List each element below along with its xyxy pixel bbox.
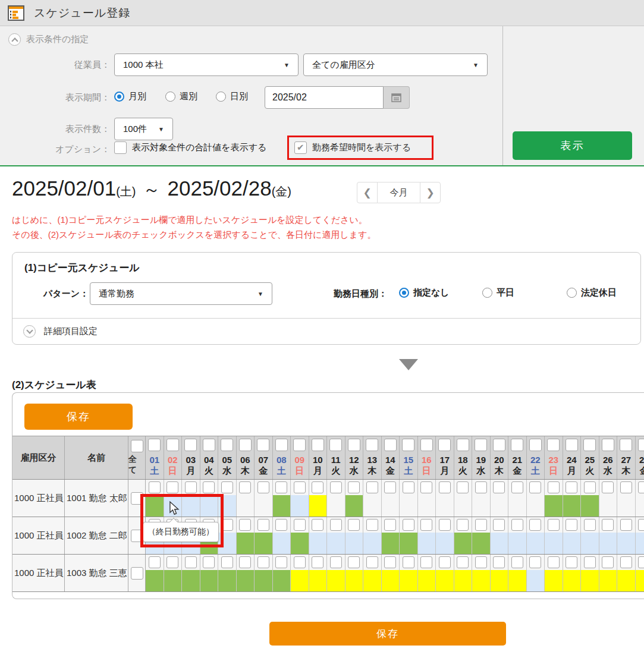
day-cell-checkbox[interactable] [548, 481, 560, 493]
day-cell-checkbox[interactable] [330, 519, 342, 531]
day-cell-checkbox[interactable] [403, 556, 414, 568]
day-cell-checkbox[interactable] [420, 481, 432, 493]
day-cell-checkbox[interactable] [312, 556, 323, 568]
expand-down-icon[interactable] [23, 325, 36, 338]
day-cell-checkbox[interactable] [548, 556, 560, 568]
day-select-all-checkbox[interactable] [312, 439, 324, 451]
day-cell-checkbox[interactable] [457, 519, 469, 531]
day-cell-checkbox[interactable] [566, 556, 577, 568]
day-select-all-checkbox[interactable] [529, 439, 542, 451]
radio-daily[interactable]: 日別 [216, 91, 248, 102]
day-cell-checkbox[interactable] [294, 556, 306, 568]
day-cell-checkbox[interactable] [167, 481, 178, 493]
day-cell-checkbox[interactable] [221, 556, 233, 568]
day-cell-checkbox[interactable] [185, 481, 197, 493]
select-all-checkbox[interactable] [131, 440, 143, 452]
day-select-all-checkbox[interactable] [420, 439, 433, 451]
day-cell-checkbox[interactable] [584, 481, 596, 493]
day-cell-checkbox[interactable] [420, 519, 432, 531]
day-cell-checkbox[interactable] [366, 481, 378, 493]
day-select-all-checkbox[interactable] [457, 439, 469, 451]
day-cell-checkbox[interactable] [330, 481, 342, 493]
day-cell-checkbox[interactable] [275, 556, 287, 568]
day-select-all-checkbox[interactable] [203, 439, 215, 451]
day-cell-checkbox[interactable] [475, 519, 487, 531]
day-cell-checkbox[interactable] [620, 556, 632, 568]
checkbox-checked-icon[interactable] [294, 141, 307, 154]
next-month-button[interactable]: ❯ [420, 182, 441, 203]
day-cell-checkbox[interactable] [366, 556, 378, 568]
option-total-checkbox-item[interactable]: 表示対象全件の合計値を表示する [114, 141, 266, 154]
day-cell-checkbox[interactable] [348, 481, 360, 493]
day-cell-checkbox[interactable] [584, 519, 596, 531]
day-select-all-checkbox[interactable] [293, 439, 306, 451]
day-select-all-checkbox[interactable] [348, 439, 360, 451]
day-cell-checkbox[interactable] [420, 556, 432, 568]
day-cell-checkbox[interactable] [493, 481, 505, 493]
day-cell-checkbox[interactable] [384, 481, 396, 493]
radio-worktype-weekday[interactable]: 平日 [482, 287, 514, 298]
day-cell-checkbox[interactable] [239, 481, 251, 493]
day-cell-checkbox[interactable] [312, 519, 323, 531]
day-cell-checkbox[interactable] [584, 556, 596, 568]
day-cell-checkbox[interactable] [275, 519, 287, 531]
day-cell-checkbox[interactable] [149, 481, 161, 493]
collapse-up-icon[interactable] [8, 33, 21, 46]
row-select-all-checkbox[interactable] [131, 567, 143, 580]
day-select-all-checkbox[interactable] [221, 439, 233, 451]
save-button-top[interactable]: 保存 [24, 404, 133, 430]
day-select-all-checkbox[interactable] [384, 439, 397, 451]
day-cell-checkbox[interactable] [638, 556, 644, 568]
day-cell-checkbox[interactable] [257, 556, 269, 568]
day-select-all-checkbox[interactable] [184, 439, 197, 451]
current-month-button[interactable]: 今月 [378, 182, 420, 203]
day-cell-checkbox[interactable] [167, 556, 178, 568]
calendar-button[interactable] [384, 86, 410, 109]
day-cell-checkbox[interactable] [511, 519, 523, 531]
day-select-all-checkbox[interactable] [402, 439, 414, 451]
day-cell-checkbox[interactable] [439, 481, 451, 493]
day-select-all-checkbox[interactable] [329, 439, 342, 451]
pattern-select[interactable]: 通常勤務▼ [90, 282, 272, 305]
day-select-all-checkbox[interactable] [566, 439, 578, 451]
day-cell-checkbox[interactable] [203, 481, 215, 493]
day-cell-checkbox[interactable] [221, 481, 233, 493]
day-cell-checkbox[interactable] [566, 519, 577, 531]
day-cell-checkbox[interactable] [403, 519, 414, 531]
day-cell-checkbox[interactable] [348, 556, 360, 568]
day-cell-checkbox[interactable] [457, 556, 469, 568]
day-select-all-checkbox[interactable] [602, 439, 614, 451]
radio-monthly[interactable]: 月別 [114, 91, 146, 102]
day-cell-checkbox[interactable] [312, 481, 323, 493]
day-cell-checkbox[interactable] [439, 556, 451, 568]
day-select-all-checkbox[interactable] [239, 439, 252, 451]
day-cell-checkbox[interactable] [475, 556, 487, 568]
day-select-all-checkbox[interactable] [583, 439, 596, 451]
day-select-all-checkbox[interactable] [148, 439, 161, 451]
day-cell-checkbox[interactable] [493, 556, 505, 568]
day-cell-checkbox[interactable] [511, 481, 523, 493]
day-cell-checkbox[interactable] [475, 481, 487, 493]
day-cell-checkbox[interactable] [602, 481, 614, 493]
employment-type-select[interactable]: 全ての雇用区分▼ [303, 53, 488, 76]
day-select-all-checkbox[interactable] [547, 439, 560, 451]
radio-worktype-none[interactable]: 指定なし [399, 287, 450, 298]
radio-weekly[interactable]: 週別 [165, 91, 197, 102]
day-select-all-checkbox[interactable] [438, 439, 451, 451]
day-select-all-checkbox[interactable] [620, 439, 632, 451]
show-button[interactable]: 表示 [513, 131, 632, 160]
count-select[interactable]: 100件▼ [114, 118, 173, 140]
prev-month-button[interactable]: ❮ [357, 182, 378, 203]
day-select-all-checkbox[interactable] [275, 439, 288, 451]
day-cell-checkbox[interactable] [149, 556, 161, 568]
save-button-bottom[interactable]: 保存 [269, 622, 506, 646]
day-cell-checkbox[interactable] [566, 481, 577, 493]
day-cell-checkbox[interactable] [294, 481, 306, 493]
day-cell-checkbox[interactable] [638, 519, 644, 531]
day-select-all-checkbox[interactable] [257, 439, 269, 451]
day-cell-checkbox[interactable] [529, 519, 541, 531]
day-cell-checkbox[interactable] [366, 519, 378, 531]
day-select-all-checkbox[interactable] [638, 439, 644, 451]
day-cell-checkbox[interactable] [384, 556, 396, 568]
day-cell-checkbox[interactable] [493, 519, 505, 531]
